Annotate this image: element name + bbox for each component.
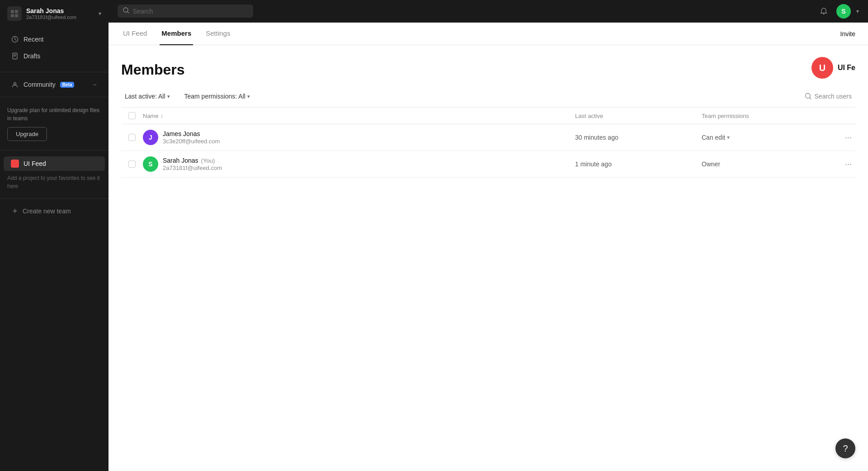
svg-rect-1	[15, 10, 18, 13]
user-info: Sarah Jonas 2a73181f@uifeed.com	[26, 7, 94, 20]
clock-icon	[11, 35, 19, 43]
team-permissions-filter[interactable]: Team permissions: All ▾	[181, 91, 254, 102]
drafts-label: Drafts	[24, 52, 40, 60]
beta-badge: Beta	[60, 82, 75, 88]
sidebar-item-drafts[interactable]: Drafts	[4, 48, 105, 64]
filters-bar: Last active: All ▾ Team permissions: All…	[121, 91, 855, 108]
divider-4	[0, 198, 108, 199]
arrow-right-icon: →	[91, 81, 98, 88]
row-checkbox[interactable]	[128, 134, 136, 141]
member-name: James Jonas	[163, 130, 575, 137]
team-color-indicator	[11, 160, 19, 168]
svg-rect-0	[11, 10, 14, 13]
divider-2	[0, 97, 108, 97]
member-permissions: Owner	[702, 160, 828, 168]
community-label: Community	[24, 81, 56, 88]
upgrade-section: Upgrade plan for unlimited design files …	[0, 101, 108, 146]
member-info: Sarah Jonas (You) 2a73181f@uifeed.com	[163, 157, 575, 171]
table-header: Name ↓ Last active Team permissions	[121, 108, 855, 124]
table-row: J James Jonas 3c3e20ff@uifeed.com 30 min…	[121, 124, 855, 151]
member-cell: J James Jonas 3c3e20ff@uifeed.com	[143, 130, 575, 145]
team-header-avatar: U UI Fe	[811, 57, 855, 79]
row-checkbox-col	[121, 134, 143, 141]
header-name: Name ↓	[143, 113, 575, 119]
avatar-chevron-icon[interactable]: ▾	[856, 8, 859, 14]
tab-uifeed[interactable]: UI Feed	[121, 23, 149, 45]
header-checkbox-col	[121, 112, 143, 119]
row-checkbox[interactable]	[128, 160, 136, 168]
notifications-button[interactable]	[816, 4, 831, 19]
header-last-active: Last active	[575, 113, 702, 119]
row-checkbox-col	[121, 160, 143, 168]
sidebar-item-recent[interactable]: Recent	[4, 31, 105, 47]
create-team-button[interactable]: + Create new team	[4, 203, 105, 219]
svg-point-7	[123, 8, 128, 12]
team-name: UI Feed	[24, 160, 46, 167]
main-area: S ▾ UI Feed Members Settings Invite U UI…	[108, 0, 868, 471]
tab-settings[interactable]: Settings	[204, 23, 232, 45]
sidebar-username: Sarah Jonas	[26, 7, 94, 14]
search-icon	[123, 7, 129, 15]
more-options-button[interactable]: ···	[841, 131, 855, 144]
divider-3	[0, 150, 108, 151]
sort-icon: ↓	[160, 113, 163, 119]
svg-rect-3	[15, 14, 18, 17]
sidebar-email: 2a73181f@uifeed.com	[26, 14, 94, 20]
search-users-button[interactable]: Search users	[801, 91, 855, 102]
teams-section: UI Feed Add a project to your favorites …	[0, 154, 108, 195]
last-active-filter[interactable]: Last active: All ▾	[121, 91, 174, 102]
member-last-active: 1 minute ago	[575, 160, 702, 168]
more-options-button[interactable]: ···	[841, 158, 855, 171]
sidebar-nav: Recent Drafts	[0, 27, 108, 68]
topbar-right: S ▾	[816, 4, 859, 19]
help-button[interactable]: ?	[835, 438, 855, 458]
page-title: Members	[121, 61, 855, 78]
topbar: S ▾	[108, 0, 868, 23]
member-name: Sarah Jonas (You)	[163, 157, 575, 164]
team-avatar-icon: U	[811, 57, 833, 79]
member-email: 2a73181f@uifeed.com	[163, 165, 575, 171]
member-info: James Jonas 3c3e20ff@uifeed.com	[163, 130, 575, 145]
svg-point-6	[14, 83, 16, 85]
svg-rect-2	[11, 14, 14, 17]
invite-button[interactable]: Invite	[840, 30, 855, 38]
recent-label: Recent	[24, 36, 43, 43]
header-permissions: Team permissions	[702, 113, 828, 119]
select-all-checkbox[interactable]	[128, 112, 136, 119]
file-icon	[11, 52, 19, 60]
sidebar: Sarah Jonas 2a73181f@uifeed.com ▾ Recent…	[0, 0, 108, 471]
table-row: S Sarah Jonas (You) 2a73181f@uifeed.com …	[121, 151, 855, 178]
chevron-down-icon: ▾	[99, 10, 101, 17]
member-last-active: 30 minutes ago	[575, 134, 702, 141]
chevron-down-icon: ▾	[167, 94, 170, 99]
chevron-down-icon: ▾	[247, 94, 250, 99]
search-box[interactable]	[118, 5, 253, 18]
member-actions: ···	[828, 131, 855, 144]
upgrade-text: Upgrade plan for unlimited design files …	[7, 106, 101, 122]
subnav: UI Feed Members Settings Invite	[108, 23, 868, 45]
member-permissions[interactable]: Can edit ▾	[702, 134, 828, 141]
create-team-label: Create new team	[23, 207, 71, 215]
member-cell: S Sarah Jonas (You) 2a73181f@uifeed.com	[143, 156, 575, 172]
divider	[0, 72, 108, 72]
tab-members[interactable]: Members	[160, 23, 193, 45]
team-avatar-label: UI Fe	[838, 64, 855, 72]
member-email: 3c3e20ff@uifeed.com	[163, 138, 575, 145]
avatar[interactable]: S	[836, 4, 851, 19]
avatar: J	[143, 130, 158, 145]
plus-icon: +	[11, 207, 19, 215]
chevron-down-icon: ▾	[727, 134, 730, 141]
community-icon	[11, 80, 19, 89]
content-area: U UI Fe Members Last active: All ▾ Team …	[108, 45, 868, 471]
favorites-hint: Add a project to your favorites to see i…	[0, 171, 108, 193]
search-input[interactable]	[133, 8, 223, 15]
sidebar-item-uifeed[interactable]: UI Feed	[4, 156, 105, 171]
you-badge: (You)	[201, 157, 215, 164]
member-actions: ···	[828, 158, 855, 171]
sidebar-item-community[interactable]: Community Beta →	[4, 76, 105, 93]
sidebar-user-menu[interactable]: Sarah Jonas 2a73181f@uifeed.com ▾	[0, 0, 108, 27]
app-logo	[7, 6, 22, 21]
upgrade-button[interactable]: Upgrade	[7, 127, 47, 141]
avatar: S	[143, 156, 158, 172]
